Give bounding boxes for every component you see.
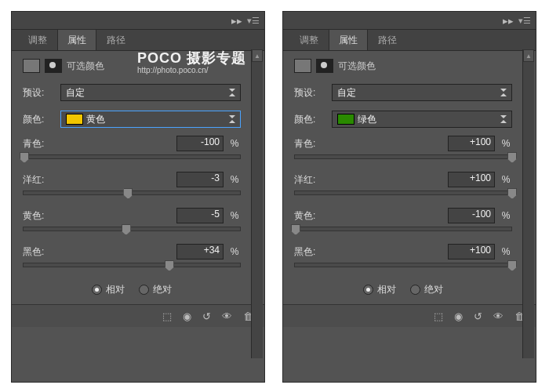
magenta-label: 洋红:: [294, 173, 315, 187]
color-label: 颜色:: [23, 113, 54, 126]
preset-dropdown[interactable]: 自定: [60, 84, 241, 101]
panel-header: 可选颜色: [283, 51, 523, 79]
tab-adjust[interactable]: 调整: [18, 29, 57, 50]
reset-icon[interactable]: ↺: [202, 310, 211, 322]
tab-adjust[interactable]: 调整: [289, 29, 329, 50]
clip-icon[interactable]: ⬚: [162, 310, 172, 322]
visibility-icon[interactable]: 👁: [222, 310, 232, 322]
adjustment-icon: [294, 59, 311, 73]
tab-strip: 调整 属性 路径: [12, 30, 264, 51]
panel-menu-icon[interactable]: ▾☰: [247, 16, 260, 26]
panel-menu-icon[interactable]: ▾☰: [518, 16, 531, 26]
view-prev-icon[interactable]: ◉: [183, 310, 191, 322]
tab-strip: 调整 属性 路径: [283, 30, 536, 51]
black-label: 黑色:: [294, 245, 315, 259]
panel-footer: ⬚ ◉ ↺ 👁 🗑: [12, 304, 264, 327]
yellow-label: 黄色:: [23, 209, 44, 223]
cyan-slider[interactable]: [294, 154, 512, 159]
yellow-slider[interactable]: [23, 227, 241, 231]
panel-topbar: ▸▸ ▾☰: [283, 12, 536, 30]
cyan-value[interactable]: -100: [176, 136, 224, 151]
black-value[interactable]: +100: [448, 244, 495, 260]
preset-label: 预设:: [294, 86, 325, 100]
collapse-icon[interactable]: ▸▸: [503, 15, 514, 27]
mask-icon[interactable]: [45, 59, 62, 73]
tab-path[interactable]: 路径: [96, 29, 136, 50]
black-slider[interactable]: [23, 263, 241, 267]
radio-absolute[interactable]: 绝对: [139, 283, 172, 296]
watermark-title: POCO 摄影专题: [137, 49, 246, 67]
scrollbar[interactable]: ▲: [251, 49, 263, 358]
magenta-value[interactable]: +100: [448, 172, 495, 187]
yellow-label: 黄色:: [294, 209, 315, 223]
cyan-slider[interactable]: [23, 154, 241, 159]
color-label: 颜色:: [294, 113, 325, 126]
black-slider[interactable]: [294, 263, 512, 267]
panel-footer: ⬚ ◉ ↺ 👁 🗑: [283, 304, 536, 327]
adjustment-icon: [23, 59, 40, 73]
watermark: POCO 摄影专题 http://photo.poco.cn/: [137, 49, 246, 74]
black-label: 黑色:: [23, 245, 44, 259]
collapse-icon[interactable]: ▸▸: [231, 15, 242, 27]
radio-absolute[interactable]: 绝对: [410, 283, 443, 296]
tab-properties[interactable]: 属性: [57, 29, 96, 50]
magenta-value[interactable]: -3: [176, 172, 224, 187]
yellow-value[interactable]: -5: [176, 208, 224, 223]
panel-topbar: ▸▸ ▾☰: [12, 12, 264, 30]
scrollbar[interactable]: ▲: [522, 49, 534, 358]
properties-panel-right: ▸▸ ▾☰ 调整 属性 路径 可选颜色 预设: 自定 颜色: 绿色 青色:+10…: [282, 11, 536, 383]
tab-path[interactable]: 路径: [368, 29, 407, 50]
preset-dropdown[interactable]: 自定: [332, 84, 512, 101]
tab-properties[interactable]: 属性: [329, 29, 368, 50]
panel-title: 可选颜色: [67, 60, 104, 73]
yellow-value[interactable]: -100: [448, 208, 495, 223]
cyan-label: 青色:: [294, 137, 315, 151]
cyan-value[interactable]: +100: [448, 136, 495, 151]
color-dropdown[interactable]: 绿色: [332, 111, 512, 128]
magenta-label: 洋红:: [23, 173, 44, 187]
magenta-slider[interactable]: [294, 191, 512, 195]
mask-icon[interactable]: [316, 59, 333, 73]
preset-label: 预设:: [23, 86, 54, 100]
cyan-label: 青色:: [23, 137, 44, 151]
radio-relative[interactable]: 相对: [363, 283, 396, 296]
yellow-slider[interactable]: [294, 227, 512, 231]
black-value[interactable]: +34: [176, 244, 224, 260]
clip-icon[interactable]: ⬚: [434, 310, 443, 322]
visibility-icon[interactable]: 👁: [493, 310, 504, 322]
color-swatch: [66, 114, 83, 125]
magenta-slider[interactable]: [23, 191, 241, 195]
radio-relative[interactable]: 相对: [92, 283, 125, 296]
view-prev-icon[interactable]: ◉: [454, 310, 463, 322]
reset-icon[interactable]: ↺: [474, 310, 482, 322]
panel-title: 可选颜色: [338, 60, 376, 73]
color-dropdown[interactable]: 黄色: [60, 111, 241, 128]
color-swatch: [337, 114, 354, 125]
